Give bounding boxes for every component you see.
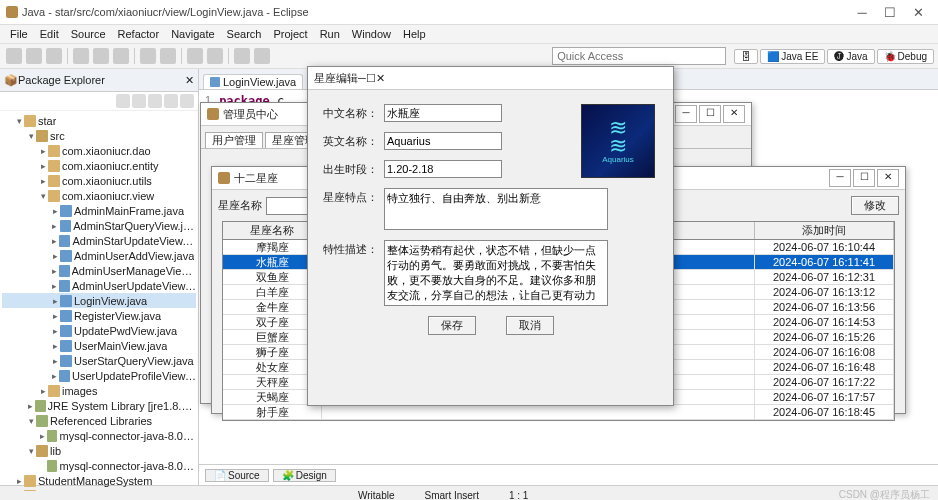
package-explorer-title: Package Explorer [18, 74, 185, 86]
tab-user-manage[interactable]: 用户管理 [205, 132, 263, 148]
menu-project[interactable]: Project [267, 28, 313, 40]
tree-node[interactable]: ▸com.xiaoniucr.entity [2, 158, 196, 173]
perspective-java[interactable]: 🅙 Java [827, 49, 874, 64]
open-perspective-button[interactable]: 🗄 [734, 49, 758, 64]
tree-node[interactable]: ▾star [2, 113, 196, 128]
menu-edit[interactable]: Edit [34, 28, 65, 40]
menu-refactor[interactable]: Refactor [112, 28, 166, 40]
java-icon [207, 108, 219, 120]
debug-icon[interactable] [73, 48, 89, 64]
save-icon[interactable] [26, 48, 42, 64]
admin-close-button[interactable]: ✕ [723, 105, 745, 123]
input-trait[interactable] [384, 188, 608, 230]
open-type-icon[interactable] [187, 48, 203, 64]
admin-min-button[interactable]: ─ [675, 105, 697, 123]
signs-close-button[interactable]: ✕ [877, 169, 899, 187]
input-cn[interactable] [384, 104, 502, 122]
search-label: 星座名称 [218, 198, 262, 213]
tree-node[interactable]: ▾src [2, 128, 196, 143]
editor-tab-label: LoginView.java [223, 76, 296, 88]
dialog-title: 星座编辑 [314, 71, 358, 86]
tree-node[interactable]: ▸AdminUserManageView.java [2, 263, 196, 278]
dlg-min-button[interactable]: ─ [358, 72, 366, 84]
insert-mode: Smart Insert [425, 490, 479, 501]
new-class-icon[interactable] [160, 48, 176, 64]
saveall-icon[interactable] [46, 48, 62, 64]
tree-node[interactable]: ▸AdminStarQueryView.java [2, 218, 196, 233]
edit-button[interactable]: 修改 [851, 196, 899, 215]
minimize-view-icon[interactable] [164, 94, 178, 108]
tree-node[interactable]: ▸AdminUserAddView.java [2, 248, 196, 263]
tree-node[interactable]: ▸mysql-connector-java-8.0.25.jar [2, 428, 196, 443]
cursor-pos: 1 : 1 [509, 490, 528, 501]
tree-node[interactable]: ▸AdminUserUpdateView.java [2, 278, 196, 293]
minimize-button[interactable]: ─ [848, 5, 876, 20]
menu-run[interactable]: Run [314, 28, 346, 40]
menu-file[interactable]: File [4, 28, 34, 40]
tree-node[interactable]: ▸UserUpdateProfileView.java [2, 368, 196, 383]
runlast-icon[interactable] [113, 48, 129, 64]
package-explorer: 📦 Package Explorer ✕ ▾star▾src▸com.xiaon… [0, 69, 199, 485]
new-icon[interactable] [6, 48, 22, 64]
menu-search[interactable]: Search [221, 28, 268, 40]
tree-node[interactable]: ▾Referenced Libraries [2, 413, 196, 428]
menu-navigate[interactable]: Navigate [165, 28, 220, 40]
search-icon[interactable] [207, 48, 223, 64]
tree-node[interactable]: mysql-connector-java-8.0.25.jar [2, 458, 196, 473]
run-icon[interactable] [93, 48, 109, 64]
table-row[interactable]: 射手座2024-06-07 16:18:45 [223, 405, 894, 420]
tree-node[interactable]: ▸JRE System Library [jre1.8.0_191] [2, 398, 196, 413]
tree-node[interactable]: ▸LoginView.java [2, 293, 196, 308]
tree-node[interactable]: ▸UserStarQueryView.java [2, 353, 196, 368]
nav-back-icon[interactable] [234, 48, 250, 64]
signs-max-button[interactable]: ☐ [853, 169, 875, 187]
tree-node[interactable]: ▸StudentManageSystem [2, 473, 196, 488]
star-edit-dialog: 星座编辑 ─ ☐ ✕ ≋ ≋ Aquarius 中文名称： 英文名称： 出生时段… [307, 66, 674, 406]
col-time: 添加时间 [755, 222, 894, 239]
menu-source[interactable]: Source [65, 28, 112, 40]
menu-help[interactable]: Help [397, 28, 432, 40]
maximize-view-icon[interactable] [180, 94, 194, 108]
input-period[interactable] [384, 160, 502, 178]
nav-fwd-icon[interactable] [254, 48, 270, 64]
tree-node[interactable]: ▸RegisterView.java [2, 308, 196, 323]
input-en[interactable] [384, 132, 502, 150]
eclipse-icon [6, 6, 18, 18]
window-title: Java - star/src/com/xiaoniucr/view/Login… [22, 6, 848, 18]
input-desc[interactable] [384, 240, 608, 306]
admin-max-button[interactable]: ☐ [699, 105, 721, 123]
source-tab[interactable]: 📄 Source [205, 469, 269, 482]
lbl-cn: 中文名称： [322, 104, 384, 121]
dlg-close-button[interactable]: ✕ [376, 72, 385, 85]
tree-node[interactable]: ▸UpdatePwdView.java [2, 323, 196, 338]
java-file-icon [210, 77, 220, 87]
cancel-button[interactable]: 取消 [506, 316, 554, 335]
maximize-button[interactable]: ☐ [876, 5, 904, 20]
tree-node[interactable]: ▸com.xiaoniucr.utils [2, 173, 196, 188]
dlg-max-button[interactable]: ☐ [366, 72, 376, 85]
perspective-javaee[interactable]: 🟦 Java EE [760, 49, 825, 64]
tree-node[interactable]: ▾lib [2, 443, 196, 458]
signs-min-button[interactable]: ─ [829, 169, 851, 187]
save-button[interactable]: 保存 [428, 316, 476, 335]
quick-access-input[interactable] [552, 47, 726, 65]
tree-node[interactable]: ▸studentUnion [2, 488, 196, 491]
tree-node[interactable]: ▸com.xiaoniucr.dao [2, 143, 196, 158]
tree-node[interactable]: ▸images [2, 383, 196, 398]
lbl-en: 英文名称： [322, 132, 384, 149]
collapse-icon[interactable] [116, 94, 130, 108]
perspective-debug[interactable]: 🐞 Debug [877, 49, 934, 64]
view-close-icon[interactable]: ✕ [185, 74, 194, 87]
tree-node[interactable]: ▸AdminMainFrame.java [2, 203, 196, 218]
tree-node[interactable]: ▸AdminStarUpdateView.java [2, 233, 196, 248]
tree-node[interactable]: ▾com.xiaoniucr.view [2, 188, 196, 203]
menu-window[interactable]: Window [346, 28, 397, 40]
new-package-icon[interactable] [140, 48, 156, 64]
view-menu-icon[interactable] [148, 94, 162, 108]
link-icon[interactable] [132, 94, 146, 108]
tree-node[interactable]: ▸UserMainView.java [2, 338, 196, 353]
design-tab[interactable]: 🧩 Design [273, 469, 336, 482]
editor-tab[interactable]: LoginView.java [203, 74, 303, 89]
writable-status: Writable [358, 490, 395, 501]
close-button[interactable]: ✕ [904, 5, 932, 20]
